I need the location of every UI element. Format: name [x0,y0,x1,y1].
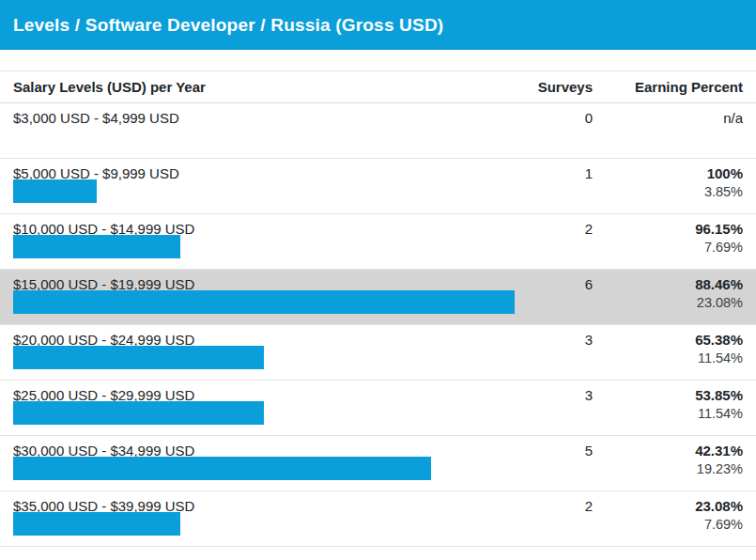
column-header-surveys: Surveys [508,79,593,95]
table-header: Salary Levels (USD) per Year Surveys Ear… [0,71,756,103]
table-row[interactable]: $10,000 USD - $14,999 USD 2 96.15% 7.69% [0,214,756,270]
earning-percent: 100% [593,165,743,181]
salary-range-label: $3,000 USD - $4,999 USD [13,110,508,126]
survey-bar [13,346,264,369]
survey-bar [13,235,180,258]
table-row[interactable]: $35,000 USD - $39,999 USD 2 23.08% 7.69% [0,491,756,547]
surveys-count: 2 [508,498,593,514]
table-row[interactable]: $5,000 USD - $9,999 USD 1 100% 3.85% [0,159,756,214]
earning-percent: n/a [593,110,743,126]
table-row[interactable]: $25,000 USD - $29,999 USD 3 53.85% 11.54… [0,381,756,436]
salary-table: Salary Levels (USD) per Year Surveys Ear… [0,70,756,547]
share-percent: 11.54% [698,350,743,366]
earning-percent: 42.31% [593,443,743,459]
survey-bar [13,457,431,480]
share-percent: 7.69% [704,517,743,532]
spacer [0,50,756,70]
table-row[interactable]: $20,000 USD - $24,999 USD 3 65.38% 11.54… [0,325,756,381]
share-percent: 11.54% [698,406,743,421]
column-header-earning-percent: Earning Percent [593,79,743,95]
surveys-count: 2 [508,221,593,237]
surveys-count: 3 [508,387,593,403]
table-row[interactable]: $30,000 USD - $34,999 USD 5 42.31% 19.23… [0,436,756,491]
surveys-count: 3 [508,332,593,348]
earning-percent: 23.08% [593,498,743,514]
earning-percent: 96.15% [593,221,743,237]
surveys-count: 6 [508,276,593,292]
survey-bar [13,401,264,425]
column-header-salary-levels: Salary Levels (USD) per Year [13,79,508,95]
table-body: $3,000 USD - $4,999 USD 0 n/a $5,000 USD… [0,103,756,547]
table-row[interactable]: $15,000 USD - $19,999 USD 6 88.46% 23.08… [0,270,756,325]
page-title: Levels / Software Developer / Russia (Gr… [0,0,756,50]
share-percent: 23.08% [697,295,743,310]
earning-percent: 53.85% [593,387,743,403]
survey-bar [13,179,97,203]
share-percent: 19.23% [697,461,743,476]
surveys-count: 0 [508,110,593,126]
surveys-count: 5 [508,443,593,459]
share-percent: 3.85% [704,184,743,199]
earning-percent: 65.38% [593,332,743,348]
survey-bar [13,290,515,314]
surveys-count: 1 [508,165,593,181]
table-row[interactable]: $3,000 USD - $4,999 USD 0 n/a [0,103,756,159]
earning-percent: 88.46% [593,276,743,292]
share-percent: 7.69% [704,240,743,255]
survey-bar [13,512,180,536]
